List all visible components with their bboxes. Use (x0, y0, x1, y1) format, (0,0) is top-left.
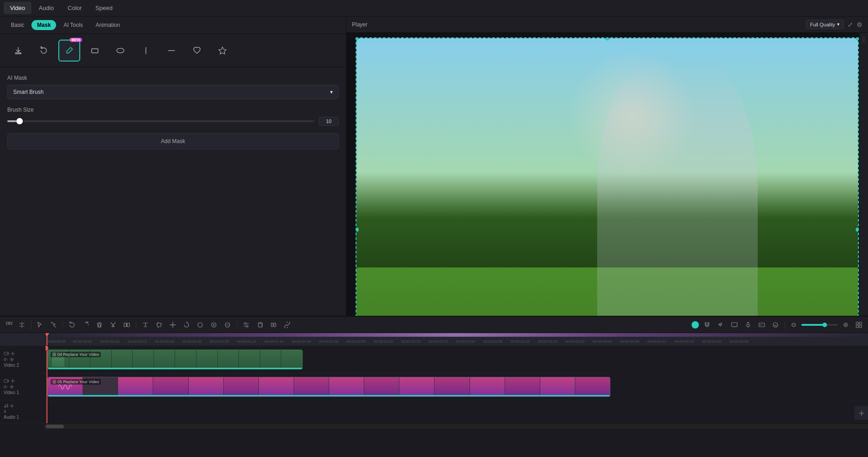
svg-rect-44 (859, 322, 862, 324)
brush-size-value[interactable]: 10 (319, 117, 339, 126)
slider-thumb[interactable] (16, 118, 23, 124)
tab-speed[interactable]: Speed (89, 2, 119, 14)
mask-tool-star[interactable] (212, 40, 233, 62)
tl-link[interactable] (282, 320, 293, 329)
timeline-scrollbar[interactable] (46, 423, 868, 429)
tl-mic[interactable] (743, 320, 754, 329)
tl-tool-cursor[interactable] (34, 320, 45, 329)
tl-separator-1 (62, 321, 63, 329)
tab-ai-tools[interactable]: AI Tools (58, 20, 88, 30)
mask-tool-import[interactable] (7, 40, 29, 62)
tab-video[interactable]: Video (4, 2, 31, 14)
tl-redo[interactable] (80, 320, 91, 329)
tab-mask[interactable]: Mask (31, 20, 56, 30)
svg-rect-27 (258, 323, 262, 327)
tl-crop[interactable] (154, 320, 165, 329)
zoom-out-button[interactable] (789, 321, 799, 329)
track-music-icon-a1[interactable] (4, 404, 8, 409)
add-track-bottom-button[interactable] (854, 406, 868, 420)
tl-caption[interactable] (756, 320, 767, 329)
mask-tool-vline[interactable] (135, 40, 157, 62)
track-label-row-a1: Audio 1 (4, 404, 19, 420)
mask-tool-rectangle[interactable] (84, 40, 106, 62)
tl-layers[interactable] (268, 320, 279, 329)
v1-thumb-15 (540, 377, 575, 396)
track-camera-icon-v2[interactable] (4, 351, 9, 357)
tl-cut[interactable] (108, 320, 119, 329)
smart-brush-dropdown[interactable]: Smart Brush ▾ (7, 85, 339, 99)
tl-text[interactable] (140, 320, 151, 329)
ruler-time-16: 00:00:03:05 (483, 339, 502, 344)
tl-grid-btn[interactable] (853, 320, 864, 329)
zoom-in-button[interactable] (841, 321, 851, 329)
mask-tool-ellipse[interactable] (109, 40, 131, 62)
track-add-icon-v1[interactable] (10, 379, 15, 384)
mask-tools-row: BETA (0, 34, 346, 67)
tl-split[interactable] (121, 320, 132, 329)
ruler-time-24: 00:00:04:20 (702, 339, 721, 344)
tl-plus-circle[interactable] (208, 320, 219, 329)
tl-minus-circle[interactable] (222, 320, 233, 329)
timeline-right-controls (692, 320, 864, 329)
thumb-10 (239, 350, 260, 369)
dropdown-value: Smart Brush (13, 89, 44, 95)
track-speaker-icon-v1[interactable] (4, 385, 8, 390)
thumb-12 (281, 350, 302, 369)
track-add-icon-v2[interactable] (10, 351, 15, 357)
ruler-time-5: 00:00:01:00 (182, 339, 202, 344)
svg-rect-43 (856, 322, 858, 324)
expand-icon[interactable]: ⤢ (847, 21, 853, 28)
track-eye-icon-v2[interactable] (10, 357, 14, 363)
tl-magnet[interactable] (702, 320, 713, 329)
svg-point-1 (117, 48, 124, 53)
tl-tool-select[interactable] (48, 320, 59, 329)
video1-clip-label: 05 Replace Your Video (51, 379, 101, 385)
track-label-video2: Video 2 (0, 346, 45, 373)
add-mask-button[interactable]: Add Mask (7, 133, 339, 149)
tl-sticker[interactable] (770, 320, 781, 329)
v1-thumb-5 (189, 377, 223, 396)
split-view-button[interactable] (16, 320, 27, 329)
timeline-toolbar (0, 317, 868, 333)
tl-screen[interactable] (729, 320, 740, 329)
tl-audio-wave[interactable] (715, 320, 726, 329)
tl-undo[interactable] (67, 320, 78, 329)
tl-add[interactable] (167, 320, 178, 329)
tab-audio[interactable]: Audio (32, 2, 60, 14)
tl-delete[interactable] (94, 320, 105, 329)
mask-tool-heart[interactable] (186, 40, 208, 62)
mask-tool-smartbrush[interactable]: BETA (58, 40, 80, 62)
brush-size-slider[interactable] (7, 120, 314, 122)
quality-chevron-icon: ▾ (837, 21, 840, 27)
scroll-thumb[interactable] (46, 425, 64, 428)
add-track-button[interactable] (4, 320, 15, 329)
track-eye-icon-v1[interactable] (10, 385, 14, 390)
ruler-spacer (0, 333, 45, 346)
mask-tool-undo[interactable] (33, 40, 55, 62)
track-speaker-icon-a1[interactable] (4, 409, 19, 415)
track-camera-icon-v1[interactable] (4, 378, 9, 385)
track-add-icon-a1[interactable] (10, 404, 14, 409)
track-name-a1: Audio 1 (4, 415, 19, 420)
track-speaker-icon-v2[interactable] (4, 357, 8, 363)
ruler-time-21: 00:00:04:05 (620, 339, 639, 344)
video2-clip[interactable]: 04 Replace Your Video (47, 349, 303, 370)
tl-adjust[interactable] (241, 320, 252, 329)
tab-basic[interactable]: Basic (5, 20, 30, 30)
tl-circle[interactable] (195, 320, 206, 329)
ruler-time-12: 00:00:02:10 (374, 339, 393, 344)
zoom-slider[interactable] (801, 324, 838, 326)
ruler-time-17: 00:00:03:10 (511, 339, 530, 344)
tl-rotate[interactable] (181, 320, 192, 329)
track-label-row-v2: Video 2 (4, 351, 19, 368)
mask-tool-hline[interactable] (160, 40, 182, 62)
tab-animation[interactable]: Animation (90, 20, 125, 30)
video1-clip[interactable]: 05 Replace Your Video (47, 377, 610, 397)
tl-copy[interactable] (254, 320, 265, 329)
tab-color[interactable]: Color (61, 2, 88, 14)
record-active-button[interactable] (692, 321, 699, 329)
tracks-area: 04 Replace Your Video (46, 346, 868, 423)
zoom-thumb[interactable] (822, 323, 827, 327)
settings-icon[interactable]: ⚙ (857, 21, 863, 28)
quality-select[interactable]: Full Quality ▾ (806, 20, 844, 29)
